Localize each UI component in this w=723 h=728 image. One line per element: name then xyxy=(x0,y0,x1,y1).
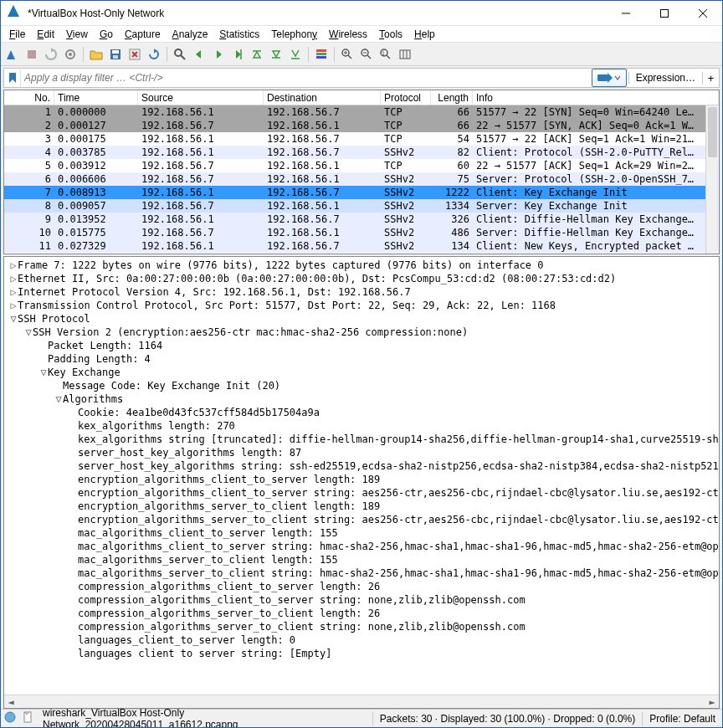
horizontal-scrollbar[interactable]: ◄► xyxy=(4,695,719,708)
menu-file[interactable]: File xyxy=(9,28,25,40)
tree-item[interactable]: compression_algorithms_server_to_client … xyxy=(9,607,719,620)
tree-item[interactable]: Message Code: Key Exchange Init (20) xyxy=(9,379,719,392)
tree-item[interactable]: ▽SSH Version 2 (encryption:aes256-ctr ma… xyxy=(9,326,719,339)
column-no[interactable]: No. xyxy=(4,90,54,105)
table-row[interactable]: 100.015775192.168.56.7192.168.56.1SSHv24… xyxy=(4,226,719,239)
zoom-in-icon[interactable] xyxy=(338,45,356,64)
resize-columns-icon[interactable] xyxy=(396,45,414,64)
goto-first-icon[interactable] xyxy=(248,45,266,64)
tree-item[interactable]: ▽Algorithms xyxy=(9,392,719,406)
column-time[interactable]: Time xyxy=(54,90,138,105)
apply-filter-button[interactable] xyxy=(592,69,627,87)
column-protocol[interactable]: Protocol xyxy=(381,90,431,105)
column-destination[interactable]: Destination xyxy=(264,90,381,105)
column-length[interactable]: Length xyxy=(431,90,473,105)
window-title: *VirtualBox Host-Only Network xyxy=(28,8,607,19)
menu-view[interactable]: View xyxy=(66,28,88,40)
save-file-icon[interactable] xyxy=(106,45,125,64)
minimize-button[interactable] xyxy=(607,1,645,26)
table-row[interactable]: 90.013952192.168.56.1192.168.56.7SSHv232… xyxy=(4,213,719,226)
goto-last-icon[interactable] xyxy=(267,45,285,64)
stop-capture-icon[interactable] xyxy=(23,45,41,64)
status-profile[interactable]: Profile: Default xyxy=(643,713,722,725)
find-packet-icon[interactable] xyxy=(171,45,189,64)
zoom-reset-icon[interactable]: 1 xyxy=(377,45,395,64)
table-row[interactable]: 40.003785192.168.56.1192.168.56.7SSHv282… xyxy=(4,146,719,159)
autoscroll-icon[interactable] xyxy=(286,45,305,64)
start-capture-icon[interactable] xyxy=(3,45,22,64)
tree-item[interactable]: mac_algorithms_client_to_server string: … xyxy=(9,540,719,553)
tree-item[interactable]: encryption_algorithms_server_to_client l… xyxy=(9,500,719,513)
tree-item[interactable]: languages client to server string: [Empt… xyxy=(9,647,719,660)
tree-item[interactable]: encryption_algorithms_client_to_server s… xyxy=(9,486,719,500)
status-filename: wireshark_VirtualBox Host-Only Network_2… xyxy=(38,707,372,729)
tree-item[interactable]: compression_algorithms_client_to_server … xyxy=(9,580,719,593)
menu-analyze[interactable]: Analyze xyxy=(172,28,208,40)
tree-item[interactable]: encryption_algorithms_client_to_server l… xyxy=(9,473,719,486)
add-filter-button[interactable]: + xyxy=(702,72,719,85)
menu-capture[interactable]: Capture xyxy=(125,28,161,40)
open-file-icon[interactable] xyxy=(87,45,105,64)
column-info[interactable]: Info xyxy=(473,90,719,105)
capture-options-icon[interactable] xyxy=(61,45,79,64)
table-row[interactable]: 30.000175192.168.56.1192.168.56.7TCP5451… xyxy=(4,132,719,146)
tree-item[interactable]: ▷Frame 7: 1222 bytes on wire (9776 bits)… xyxy=(9,259,719,272)
menu-telephony[interactable]: Telephony xyxy=(271,28,317,40)
menu-tools[interactable]: Tools xyxy=(379,28,403,40)
vertical-scrollbar[interactable] xyxy=(705,105,719,254)
tree-item[interactable]: server_host_key_algorithms length: 87 xyxy=(9,446,719,459)
tree-item[interactable]: Cookie: 4ea1be0d43fc537cff584d5b17504a9a xyxy=(9,406,719,419)
tree-item[interactable]: ▽Key Exchange xyxy=(9,366,719,379)
tree-item[interactable]: ▷Transmission Control Protocol, Src Port… xyxy=(9,299,719,312)
tree-item[interactable]: mac_algorithms_server_to_client string: … xyxy=(9,567,719,580)
tree-item[interactable]: ▷Ethernet II, Src: 0a:00:27:00:00:0b (0a… xyxy=(9,272,719,285)
expression-button[interactable]: Expression… xyxy=(628,72,702,84)
display-filter-input[interactable] xyxy=(21,72,590,84)
menu-help[interactable]: Help xyxy=(414,28,435,40)
tree-item[interactable]: ▷Internet Protocol Version 4, Src: 192.1… xyxy=(9,285,719,299)
reload-file-icon[interactable] xyxy=(145,45,163,64)
tree-item[interactable]: ▽SSH Protocol xyxy=(9,312,719,326)
goto-packet-icon[interactable] xyxy=(228,45,247,64)
column-source[interactable]: Source xyxy=(138,90,264,105)
restart-capture-icon[interactable] xyxy=(42,45,60,64)
zoom-out-icon[interactable] xyxy=(357,45,376,64)
svg-rect-4 xyxy=(28,50,36,59)
menu-statistics[interactable]: Statistics xyxy=(219,28,259,40)
menu-go[interactable]: Go xyxy=(100,28,113,40)
table-row[interactable]: 50.003912192.168.56.7192.168.56.1TCP6022… xyxy=(4,159,719,172)
table-row[interactable]: 20.000127192.168.56.7192.168.56.1TCP6622… xyxy=(4,119,719,132)
tree-item[interactable]: server_host_key_algorithms string: ssh-e… xyxy=(9,459,719,473)
tree-item[interactable]: Padding Length: 4 xyxy=(9,352,719,366)
close-file-icon[interactable] xyxy=(126,45,144,64)
filter-bookmark-icon[interactable] xyxy=(4,69,21,86)
tree-item[interactable]: Packet Length: 1164 xyxy=(9,339,719,352)
colorize-icon[interactable] xyxy=(312,45,331,64)
close-button[interactable] xyxy=(684,1,722,26)
table-row[interactable]: 60.006606192.168.56.7192.168.56.1SSHv275… xyxy=(4,172,719,186)
tree-item[interactable]: mac_algorithms_server_to_client length: … xyxy=(9,553,719,567)
table-row[interactable]: 10.000000192.168.56.1192.168.56.7TCP6651… xyxy=(4,105,719,119)
tree-item[interactable]: kex_algorithms string [truncated]: diffi… xyxy=(9,433,719,446)
expert-info-icon[interactable] xyxy=(4,711,16,725)
tree-item[interactable]: compression_algorithms_client_to_server … xyxy=(9,593,719,607)
tree-item[interactable]: compression_algorithms_server_to_client … xyxy=(9,620,719,633)
table-row[interactable]: 70.008913192.168.56.1192.168.56.7SSHv212… xyxy=(4,186,719,199)
go-back-icon[interactable] xyxy=(190,45,208,64)
menu-edit[interactable]: Edit xyxy=(37,28,54,40)
capture-file-props-icon[interactable] xyxy=(23,711,34,725)
maximize-button[interactable] xyxy=(645,1,684,26)
packet-details-pane[interactable]: ▷Frame 7: 1222 bytes on wire (9776 bits)… xyxy=(3,256,720,709)
packet-list-body[interactable]: 10.000000192.168.56.1192.168.56.7TCP6651… xyxy=(4,105,719,254)
svg-rect-32 xyxy=(400,50,410,59)
table-row[interactable]: 110.027329192.168.56.1192.168.56.7SSHv21… xyxy=(4,239,719,253)
table-row[interactable]: 80.009057192.168.56.7192.168.56.1SSHv213… xyxy=(4,199,719,213)
menu-wireless[interactable]: Wireless xyxy=(329,28,367,40)
svg-point-36 xyxy=(5,712,15,722)
tree-item[interactable]: languages_client_to_server length: 0 xyxy=(9,633,719,647)
app-icon xyxy=(8,5,21,21)
tree-item[interactable]: kex_algorithms length: 270 xyxy=(9,419,719,433)
go-forward-icon[interactable] xyxy=(209,45,228,64)
tree-item[interactable]: encryption_algorithms_server_to_client s… xyxy=(9,513,719,526)
tree-item[interactable]: mac_algorithms_client_to_server length: … xyxy=(9,526,719,540)
